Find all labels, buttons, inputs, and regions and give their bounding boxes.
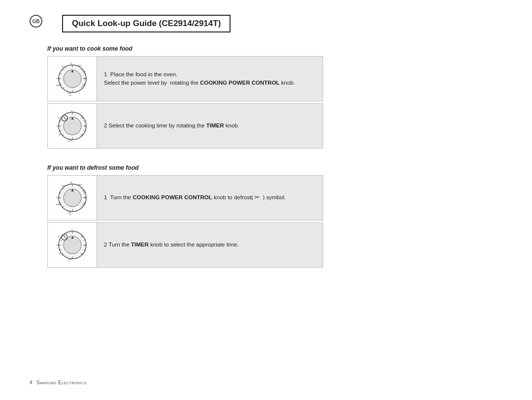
svg-text:700: 700 xyxy=(82,84,85,87)
svg-text:700: 700 xyxy=(82,203,85,206)
cook-power-knob-box: 0 100 300 450 600 700 100 900W *(↺) ⊕ xyxy=(48,57,97,101)
svg-text:10: 10 xyxy=(81,236,84,238)
svg-text:900W: 900W xyxy=(56,203,62,206)
svg-text:100: 100 xyxy=(56,196,60,199)
cook-instruction-2-text: 2 Select the cooking time by rotating th… xyxy=(104,122,239,130)
svg-text:0: 0 xyxy=(71,229,72,231)
svg-text:100: 100 xyxy=(62,65,65,68)
timer-knob-svg-1: 0 10 20 30 40 50 60 70 1 1 xyxy=(55,108,90,144)
svg-text:0: 0 xyxy=(70,62,72,65)
svg-text:1  1: 1 1 xyxy=(67,260,70,262)
section-cook: If you want to cook some food xyxy=(30,45,502,149)
defrost-row-1: 0 100 300 450 600 700 100 900W *(↺) ⊕ 1 xyxy=(47,175,323,220)
svg-text:30: 30 xyxy=(81,133,84,136)
section-cook-heading: If you want to cook some food xyxy=(47,45,502,52)
svg-text:60: 60 xyxy=(57,244,59,246)
svg-point-53 xyxy=(64,189,81,207)
defrost-instruction-1-text: 1 Turn the COOKING POWER CONTROL knob to… xyxy=(104,193,286,202)
svg-text:70: 70 xyxy=(58,236,60,238)
defrost-rows: 0 100 300 450 600 700 100 900W *(↺) ⊕ 1 xyxy=(47,175,323,268)
svg-text:⊕: ⊕ xyxy=(69,214,71,215)
footer-number: 4 xyxy=(30,380,33,385)
svg-text:30: 30 xyxy=(81,252,84,255)
cook-timer-knob-box: 0 10 20 30 40 50 60 70 1 1 xyxy=(48,104,97,148)
language-badge: GB xyxy=(30,15,42,28)
svg-text:0: 0 xyxy=(70,182,72,184)
svg-point-78 xyxy=(64,236,81,254)
svg-text:1  1: 1 1 xyxy=(67,141,70,143)
power-knob-svg-2: 0 100 300 450 600 700 100 900W *(↺) ⊕ xyxy=(55,180,90,215)
svg-text:0: 0 xyxy=(71,110,72,112)
svg-text:10: 10 xyxy=(81,117,84,119)
cook-instruction-1: 1 Place the food in the oven.Select the … xyxy=(97,57,323,101)
timer-knob-svg-2: 0 10 20 30 40 50 60 70 1 1 xyxy=(55,227,90,263)
svg-point-26 xyxy=(64,117,81,135)
defrost-instruction-2: 2 Turn the TIMER knob to select the appr… xyxy=(97,223,323,267)
defrost-instruction-1: 1 Turn the COOKING POWER CONTROL knob to… xyxy=(97,176,323,220)
cook-instruction-2: 2 Select the cooking time by rotating th… xyxy=(97,104,323,148)
svg-text:⊕: ⊕ xyxy=(69,94,71,96)
section-defrost-heading: If you want to defrost some food xyxy=(47,164,502,171)
defrost-row-2: 0 10 20 30 40 50 60 70 1 1 2 Turn the TI… xyxy=(47,222,323,268)
cook-rows: 0 100 300 450 600 700 100 900W *(↺) ⊕ 1 xyxy=(47,56,323,149)
svg-text:450: 450 xyxy=(82,70,86,73)
svg-text:300: 300 xyxy=(78,64,82,67)
svg-text:600: 600 xyxy=(83,77,87,80)
svg-text:20: 20 xyxy=(84,125,86,127)
svg-text:70: 70 xyxy=(58,117,60,119)
svg-text:900W: 900W xyxy=(56,84,62,87)
defrost-power-knob-box: 0 100 300 450 600 700 100 900W *(↺) ⊕ xyxy=(48,176,97,220)
svg-text:100: 100 xyxy=(56,77,60,80)
page-title: Quick Look-up Guide (CE2914/2914T) xyxy=(62,15,231,32)
svg-point-1 xyxy=(64,70,81,88)
svg-text:20: 20 xyxy=(84,244,86,246)
defrost-instruction-2-text: 2 Turn the TIMER knob to select the appr… xyxy=(104,241,239,249)
cook-row-1: 0 100 300 450 600 700 100 900W *(↺) ⊕ 1 xyxy=(47,56,323,101)
power-knob-svg: 0 100 300 450 600 700 100 900W *(↺) ⊕ xyxy=(55,61,90,96)
cook-instruction-1-text: 1 Place the food in the oven.Select the … xyxy=(104,70,295,88)
footer-brand: Samsung Electronics xyxy=(36,380,86,385)
footer: 4 Samsung Electronics xyxy=(30,380,86,385)
cook-row-2: 0 10 20 30 40 50 60 70 1 1 2 Select the … xyxy=(47,103,323,149)
svg-text:50: 50 xyxy=(59,252,61,255)
defrost-timer-knob-box: 0 10 20 30 40 50 60 70 1 1 xyxy=(48,223,97,267)
section-defrost: If you want to defrost some food xyxy=(30,164,502,268)
svg-text:50: 50 xyxy=(59,133,61,136)
svg-text:450: 450 xyxy=(82,189,86,192)
svg-text:600: 600 xyxy=(83,196,87,199)
svg-text:60: 60 xyxy=(57,125,59,127)
page-wrapper: GB Quick Look-up Guide (CE2914/2914T) If… xyxy=(30,15,502,268)
svg-text:100: 100 xyxy=(62,185,65,187)
svg-text:300: 300 xyxy=(78,184,82,186)
